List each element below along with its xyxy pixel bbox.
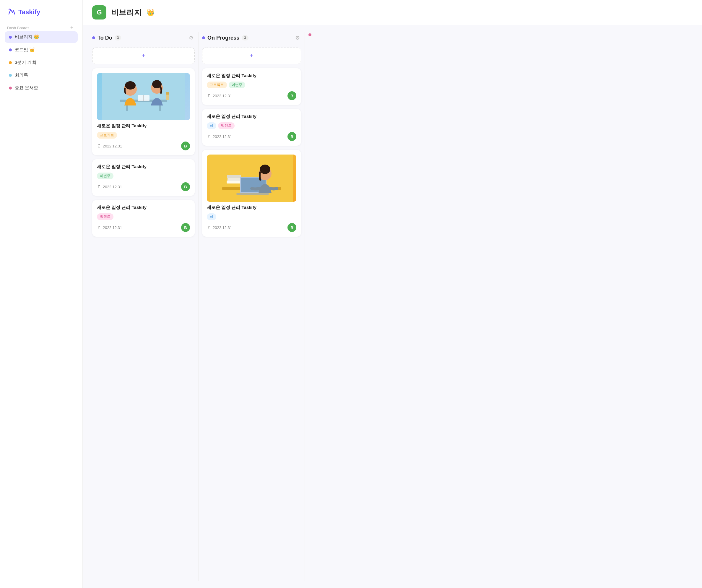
card-tags-5: 상 백엔드 bbox=[207, 122, 296, 129]
column-onprogress: On Progress 3 ⚙ + 새로운 일정 관리 Taskify 프로젝트… bbox=[199, 32, 305, 581]
board-area: To Do 3 ⚙ + bbox=[83, 25, 702, 588]
card-tag-thisweek-2: 이번주 bbox=[97, 172, 113, 180]
date-text-3: 2022.12.31 bbox=[103, 225, 122, 230]
board-avatar: G bbox=[92, 5, 106, 19]
task-card-5[interactable]: 새로운 일정 관리 Taskify 상 백엔드 🗓 2022.12.31 B bbox=[202, 109, 301, 146]
calendar-icon-1: 🗓 bbox=[97, 144, 101, 148]
column-title-todo: To Do bbox=[98, 35, 112, 41]
column-todo: To Do 3 ⚙ + bbox=[92, 32, 199, 581]
avatar-6: B bbox=[287, 223, 296, 232]
sidebar-label-meeting: 회의록 bbox=[15, 73, 74, 78]
card-title-5: 새로운 일정 관리 Taskify bbox=[207, 114, 296, 119]
card-tags-1: 프로젝트 bbox=[97, 132, 190, 139]
app-name: Taskify bbox=[18, 8, 40, 16]
card-image-1 bbox=[97, 73, 190, 120]
date-text-2: 2022.12.31 bbox=[103, 185, 122, 189]
column-dot-todo bbox=[92, 36, 95, 39]
column-header-todo: To Do 3 ⚙ bbox=[92, 32, 195, 43]
sidebar-section: Dash Boards + 비브리지 👑 코드잇 👑 3분기 계획 회의록 bbox=[5, 24, 78, 94]
svg-rect-15 bbox=[227, 181, 241, 184]
avatar-5: B bbox=[287, 132, 296, 141]
card-date-5: 🗓 2022.12.31 bbox=[207, 134, 232, 139]
svg-point-0 bbox=[9, 9, 10, 10]
column-title-onprogress: On Progress bbox=[207, 35, 239, 41]
plus-icon-onprogress: + bbox=[250, 52, 253, 60]
avatar-3: B bbox=[181, 223, 190, 232]
nav-items: 비브리지 👑 코드잇 👑 3분기 계획 회의록 중요 문서함 bbox=[5, 31, 78, 94]
add-board-button[interactable]: + bbox=[68, 24, 75, 31]
svg-rect-11 bbox=[166, 94, 169, 100]
card-tags-2: 이번주 bbox=[97, 172, 190, 180]
card-title-3: 새로운 일정 관리 Taskify bbox=[97, 205, 190, 210]
sidebar-item-vibrizi[interactable]: 비브리지 👑 bbox=[5, 31, 78, 43]
card-title-4: 새로운 일정 관리 Taskify bbox=[207, 73, 296, 79]
task-card-4[interactable]: 새로운 일정 관리 Taskify 프로젝트 이번주 🗓 2022.12.31 … bbox=[202, 68, 301, 105]
calendar-icon-6: 🗓 bbox=[207, 225, 211, 230]
task-card-1[interactable]: 새로운 일정 관리 Taskify 프로젝트 🗓 2022.12.31 B bbox=[92, 68, 195, 155]
sidebar-label-vibrizi: 비브리지 👑 bbox=[15, 34, 74, 40]
nav-dot-meeting bbox=[9, 74, 12, 77]
task-card-3[interactable]: 새로운 일정 관리 Taskify 백엔드 🗓 2022.12.31 B bbox=[92, 200, 195, 237]
svg-rect-20 bbox=[236, 193, 269, 195]
nav-dot-q3plan bbox=[9, 61, 12, 64]
add-card-onprogress[interactable]: + bbox=[202, 47, 301, 64]
main-content: G 비브리지 👑 To Do 3 ⚙ + bbox=[83, 0, 702, 588]
column-count-todo: 3 bbox=[115, 35, 121, 40]
card-date-1: 🗓 2022.12.31 bbox=[97, 144, 122, 148]
card-date-3: 🗓 2022.12.31 bbox=[97, 225, 122, 230]
card-footer-2: 🗓 2022.12.31 B bbox=[97, 182, 190, 191]
task-card-6[interactable]: 새로운 일정 관리 Taskify 상 🗓 2022.12.31 B bbox=[202, 150, 301, 237]
column-settings-onprogress[interactable]: ⚙ bbox=[294, 33, 301, 42]
card-footer-6: 🗓 2022.12.31 B bbox=[207, 223, 296, 232]
main-header: G 비브리지 👑 bbox=[83, 0, 702, 25]
svg-point-6 bbox=[125, 81, 136, 90]
sidebar-item-meeting[interactable]: 회의록 bbox=[5, 70, 78, 81]
column-count-onprogress: 3 bbox=[242, 35, 248, 40]
card-tags-4: 프로젝트 이번주 bbox=[207, 82, 296, 88]
column-dot-done bbox=[309, 33, 312, 36]
card-tags-6: 상 bbox=[207, 213, 296, 220]
card-tag-high-6: 상 bbox=[207, 213, 216, 220]
card-tag-backend-5: 백엔드 bbox=[218, 122, 235, 129]
card-tags-3: 백엔드 bbox=[97, 213, 190, 220]
date-text-4: 2022.12.31 bbox=[213, 94, 232, 98]
sidebar-label-important: 중요 문서함 bbox=[15, 85, 74, 91]
sidebar-item-q3plan[interactable]: 3분기 계획 bbox=[5, 57, 78, 68]
nav-dot-codeit bbox=[9, 48, 12, 51]
card-title-1: 새로운 일정 관리 Taskify bbox=[97, 123, 190, 129]
date-text-6: 2022.12.31 bbox=[213, 225, 232, 230]
card-date-6: 🗓 2022.12.31 bbox=[207, 225, 232, 230]
plus-icon-todo: + bbox=[141, 52, 145, 60]
sidebar-label-q3plan: 3분기 계획 bbox=[15, 60, 74, 65]
column-header-left-todo: To Do 3 bbox=[92, 35, 121, 41]
card-footer-3: 🗓 2022.12.31 B bbox=[97, 223, 190, 232]
card-tag-high-5: 상 bbox=[207, 122, 216, 129]
column-header-left-onprogress: On Progress 3 bbox=[202, 35, 248, 41]
column-settings-todo[interactable]: ⚙ bbox=[188, 33, 195, 42]
svg-rect-12 bbox=[166, 92, 169, 95]
sidebar: Taskify Dash Boards + 비브리지 👑 코드잇 👑 3분기 계… bbox=[0, 0, 83, 588]
svg-rect-17 bbox=[227, 175, 241, 178]
date-text-5: 2022.12.31 bbox=[213, 134, 232, 139]
task-card-2[interactable]: 새로운 일정 관리 Taskify 이번주 🗓 2022.12.31 B bbox=[92, 159, 195, 196]
card-tag-backend-3: 백엔드 bbox=[97, 213, 113, 220]
avatar-4: B bbox=[287, 91, 296, 100]
column-done bbox=[305, 32, 411, 581]
sidebar-item-codeit[interactable]: 코드잇 👑 bbox=[5, 44, 78, 55]
column-header-done bbox=[309, 32, 408, 37]
nav-dot-important bbox=[9, 87, 12, 90]
calendar-icon-4: 🗓 bbox=[207, 93, 211, 98]
svg-rect-16 bbox=[228, 178, 241, 181]
add-card-todo[interactable]: + bbox=[92, 47, 195, 64]
column-dot-onprogress bbox=[202, 36, 205, 39]
card-footer-5: 🗓 2022.12.31 B bbox=[207, 132, 296, 141]
card-title-2: 새로운 일정 관리 Taskify bbox=[97, 164, 190, 169]
card-date-2: 🗓 2022.12.31 bbox=[97, 185, 122, 189]
avatar-2: B bbox=[181, 182, 190, 191]
calendar-icon-3: 🗓 bbox=[97, 225, 101, 230]
column-header-left-done bbox=[309, 33, 312, 36]
card-date-4: 🗓 2022.12.31 bbox=[207, 93, 232, 98]
card-footer-4: 🗓 2022.12.31 B bbox=[207, 91, 296, 100]
sidebar-section-label: Dash Boards bbox=[7, 26, 29, 30]
sidebar-item-important[interactable]: 중요 문서함 bbox=[5, 82, 78, 94]
